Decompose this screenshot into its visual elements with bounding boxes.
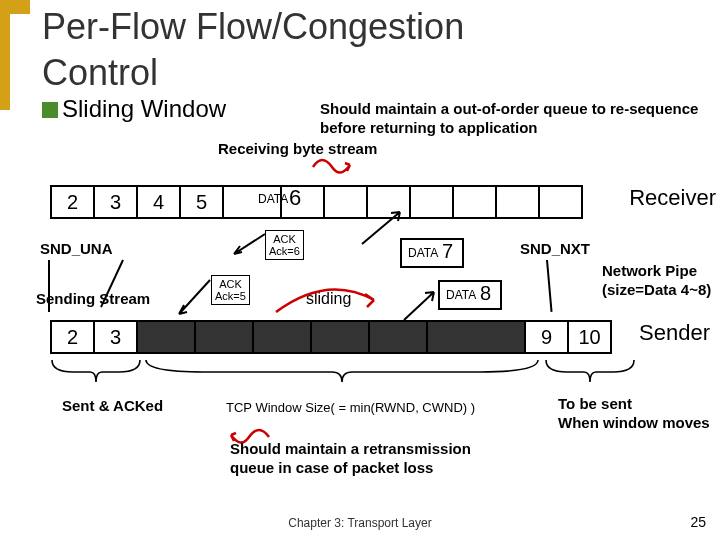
title-line1: Per-Flow Flow/Congestion — [42, 6, 464, 48]
snd-nxt-line — [546, 260, 553, 312]
brace-sent-acked-icon — [50, 358, 142, 390]
data7-num: 7 — [442, 240, 453, 263]
ack5-arrow-icon — [175, 278, 213, 322]
sliding-arrow-icon — [272, 280, 382, 322]
subtitle: Sliding Window — [62, 95, 226, 123]
recv-cell — [538, 185, 583, 219]
send-cell-dark — [426, 320, 526, 354]
to-be-sent-label: To be sent When window moves — [558, 395, 710, 433]
data6-num: 6 — [289, 185, 301, 211]
recv-cell — [495, 185, 540, 219]
data8-num: 8 — [480, 282, 491, 305]
recv-cell: 2 — [50, 185, 95, 219]
send-cell: 3 — [93, 320, 138, 354]
data8-label: DATA — [446, 288, 476, 302]
window-size-label: TCP Window Size( = min(RWND, CWND) ) — [226, 400, 475, 415]
network-pipe-note: Network Pipe (size=Data 4~8) — [602, 262, 711, 300]
send-cell-dark — [252, 320, 312, 354]
send-cell-dark — [368, 320, 428, 354]
send-cell: 10 — [567, 320, 612, 354]
recv-cell — [409, 185, 454, 219]
sender-row: 2 3 9 10 — [52, 320, 612, 354]
data7-label: DATA — [408, 246, 438, 260]
bullet-icon — [42, 102, 58, 118]
note-top: Should maintain a out-of-order queue to … — [320, 100, 710, 138]
receiver-row: 2 3 4 5 — [52, 185, 583, 219]
page-number: 25 — [690, 514, 706, 530]
sending-stream-label: Sending Stream — [36, 290, 150, 307]
snd-nxt-label: SND_NXT — [520, 240, 590, 257]
ack6-arrow-icon — [230, 232, 268, 262]
sent-acked-label: Sent & ACKed — [62, 397, 163, 414]
snd-una-label: SND_UNA — [40, 240, 113, 257]
send-cell-dark — [194, 320, 254, 354]
recv-cell: 5 — [179, 185, 224, 219]
footer-text: Chapter 3: Transport Layer — [0, 516, 720, 530]
accent-left — [0, 0, 10, 110]
send-cell: 2 — [50, 320, 95, 354]
send-cell-dark — [310, 320, 370, 354]
swirl-icon — [310, 155, 360, 175]
title-line2: Control — [42, 52, 158, 94]
ack5-box: ACK Ack=5 — [211, 275, 250, 305]
data7-arrow-icon — [358, 208, 408, 252]
note-bottom: Should maintain a retransmission queue i… — [230, 440, 471, 478]
send-cell-dark — [136, 320, 196, 354]
brace-to-be-sent-icon — [544, 358, 636, 390]
ack6-box: ACK Ack=6 — [265, 230, 304, 260]
data6-label: DATA — [258, 192, 288, 206]
send-cell: 9 — [524, 320, 569, 354]
sender-label: Sender — [639, 320, 710, 346]
brace-window-icon — [144, 358, 540, 390]
receiver-label: Receiver — [629, 185, 716, 211]
recv-cell: 4 — [136, 185, 181, 219]
recv-cell — [452, 185, 497, 219]
recv-cell: 3 — [93, 185, 138, 219]
